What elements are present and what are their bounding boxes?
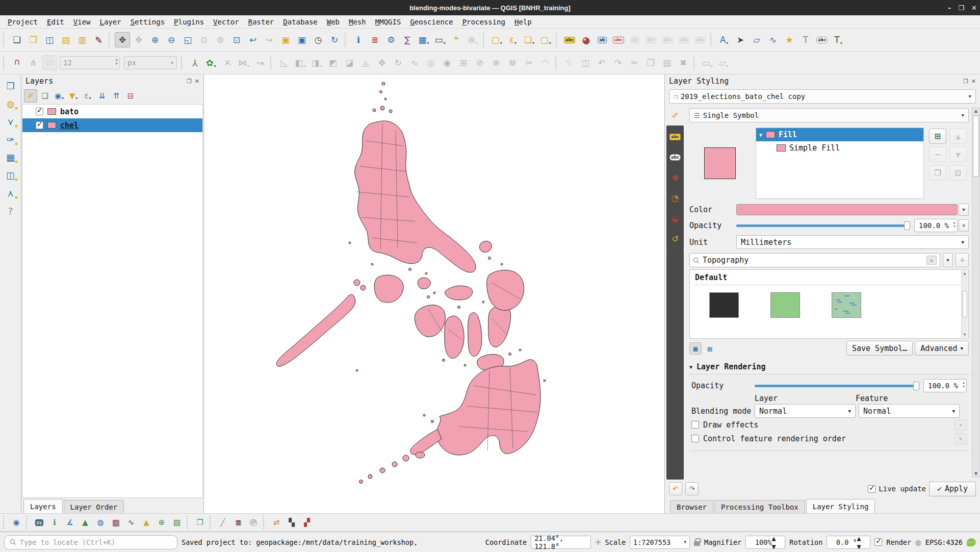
open-project-icon[interactable]: ❐	[25, 32, 41, 47]
checker-red-icon[interactable]: ▞	[300, 516, 314, 529]
layer-row-chel[interactable]: chel	[22, 118, 202, 132]
symbol-tree-simple-fill[interactable]: Simple Fill	[756, 141, 923, 155]
data-bars-icon[interactable]: ▥	[109, 516, 123, 529]
swap-layers-icon[interactable]: ⇄	[269, 516, 283, 529]
hatch-lines-icon[interactable]: ///	[246, 516, 261, 529]
search-dropdown-icon[interactable]: ▼	[943, 253, 953, 267]
callouts-tab-icon[interactable]: abc	[668, 151, 682, 163]
layer-checkbox[interactable]	[36, 108, 43, 115]
add-web-layer-icon[interactable]: ◍	[3, 96, 18, 111]
style-symbol-green[interactable]	[770, 292, 800, 318]
style-list-scrollbar[interactable]: ▲▼	[961, 270, 968, 338]
locate-input[interactable]: Type to locate (Ctrl+K)	[4, 535, 177, 549]
remove-layer-icon[interactable]: ⊟	[124, 89, 137, 103]
scale-lock-icon[interactable]	[694, 541, 700, 546]
menu-project[interactable]: Project	[3, 17, 42, 27]
data-defined-override-icon[interactable]: ≡	[959, 219, 969, 232]
sextante-icon[interactable]: ▲	[139, 516, 153, 529]
layer-labeling-icon[interactable]: abc	[562, 32, 577, 47]
profile-tool-icon[interactable]: ∿	[124, 516, 138, 529]
data-source-manager-icon[interactable]: ❒	[3, 79, 18, 93]
feature-blend-select[interactable]: Normal▼	[859, 404, 960, 418]
add-symbol-layer-button[interactable]: ⊞	[929, 129, 946, 144]
tab-layer-order[interactable]: Layer Order	[64, 500, 124, 513]
collapse-all-icon[interactable]: ⇈	[110, 89, 123, 103]
open-layer-styling-icon[interactable]: ✐	[24, 89, 37, 103]
copy-layer-style-icon[interactable]: ❐	[193, 516, 207, 529]
layer-rendering-header[interactable]: ▼ Layer Rendering	[689, 360, 969, 374]
scale-select[interactable]: 1:7207553▼	[630, 536, 690, 549]
color-dropdown-icon[interactable]: ▼	[959, 204, 969, 216]
save-project-icon[interactable]: ◫	[42, 32, 57, 47]
select-by-expression-icon[interactable]: ε▾	[505, 32, 521, 47]
save-symbol-button[interactable]: Save Symbol…	[846, 341, 913, 356]
close-panel-icon[interactable]: ✕	[195, 78, 199, 85]
deselect-features-icon[interactable]: ❏▾	[522, 32, 537, 47]
add-mesh-layer-icon[interactable]: ▦	[3, 150, 18, 164]
terrain-profile-icon[interactable]: ▲	[78, 516, 92, 529]
measure-icon[interactable]: ▭▾	[432, 32, 448, 47]
help-icon[interactable]: ?	[3, 204, 18, 218]
menu-edit[interactable]: Edit	[42, 17, 69, 27]
control-order-checkbox[interactable]	[691, 435, 699, 442]
pan-map-icon[interactable]: ✥	[115, 32, 130, 47]
show-bookmarks-icon[interactable]: ▣	[294, 32, 310, 47]
select-by-value-icon[interactable]: ▢▾	[538, 32, 553, 47]
menu-mesh[interactable]: Mesh	[344, 17, 371, 27]
modify-annotation-icon[interactable]: ➤	[733, 32, 748, 47]
rotation-spinbox[interactable]: 0.0 °▲▼	[827, 536, 870, 549]
draw-effects-checkbox[interactable]	[691, 421, 699, 429]
magnifier-spinbox[interactable]: 100%▲▼	[745, 536, 785, 549]
crs-indicator[interactable]: EPSG:4326	[925, 538, 963, 546]
styling-layer-selector[interactable]: ❒ 2019_elections_bato_chel copy ▼	[669, 89, 976, 104]
plot-axes-icon[interactable]: ∡	[63, 516, 77, 529]
close-panel-icon[interactable]: ✕	[971, 78, 976, 85]
add-delimited-layer-icon[interactable]: ✑	[3, 132, 18, 146]
list-view-toggle[interactable]: ▤	[704, 342, 716, 355]
apply-button[interactable]: ✔ Apply	[929, 482, 976, 496]
menu-vector[interactable]: Vector	[209, 17, 244, 27]
tab-processing-toolbox[interactable]: Processing Toolbox	[714, 500, 805, 513]
osm-place-search-icon[interactable]: ◉	[9, 516, 23, 529]
colored-lines-icon[interactable]: ≣	[231, 516, 245, 529]
select-features-icon[interactable]: ▢▾	[489, 32, 504, 47]
new-print-layout-icon[interactable]: ▤	[58, 32, 73, 47]
layer-diagram-icon[interactable]: ◕	[578, 32, 594, 47]
show-sum-icon[interactable]: ∑	[400, 32, 415, 47]
3d-view-tab-icon[interactable]: ❖	[668, 171, 682, 184]
add-marker-annotation-icon[interactable]: ★	[782, 32, 797, 47]
layer-label[interactable]: bato	[60, 107, 79, 116]
diagrams-tab-icon[interactable]: ◔	[668, 192, 682, 204]
statistical-summary-icon[interactable]: ≣	[367, 32, 382, 47]
coordinate-input[interactable]: 21.04°, 121.8°	[531, 536, 591, 549]
extent-toggle-icon[interactable]: ✛	[595, 538, 601, 546]
layer-opacity-slider[interactable]	[755, 381, 919, 391]
menu-geoscience[interactable]: Geoscience	[405, 17, 457, 27]
float-panel-icon[interactable]: ❐	[187, 78, 192, 85]
add-raster-layer-icon[interactable]: ◫	[3, 168, 18, 182]
zoom-full-icon[interactable]: ◱	[180, 32, 195, 47]
layout-manager-icon[interactable]: ▥	[74, 32, 90, 47]
zoom-last-icon[interactable]: ↩	[245, 32, 261, 47]
new-project-icon[interactable]: ❏	[9, 32, 24, 47]
redo-style-button[interactable]: ↷	[685, 482, 699, 495]
layer-blend-select[interactable]: Normal▼	[755, 404, 856, 418]
styling-scrollbar[interactable]: ▲▼	[972, 107, 980, 478]
refresh-map-icon[interactable]: ↻	[327, 32, 342, 47]
layer-checkbox[interactable]	[36, 121, 43, 129]
renderer-selector[interactable]: ☰ Single Symbol ▼	[689, 108, 969, 122]
add-polygon-annotation-icon[interactable]: ▱	[749, 32, 764, 47]
zoom-level-icon[interactable]: ⊕	[154, 516, 169, 529]
minimize-icon[interactable]: –	[948, 4, 951, 12]
style-manager-icon[interactable]: ✎	[91, 32, 106, 47]
undo-style-button[interactable]: ↶	[669, 482, 682, 495]
zoom-native-icon[interactable]: ⊡	[229, 32, 244, 47]
form-annotation-icon[interactable]: T▾	[831, 32, 846, 47]
zoom-out-icon[interactable]: ⊖	[164, 32, 179, 47]
globe-plugin-icon[interactable]: ◍	[93, 516, 108, 529]
menu-layer[interactable]: Layer	[95, 17, 125, 27]
color-button[interactable]	[736, 204, 958, 215]
add-group-icon[interactable]: ❏	[38, 89, 51, 103]
identify-features-icon[interactable]: ℹ	[351, 32, 366, 47]
menu-web[interactable]: Web	[322, 17, 344, 27]
